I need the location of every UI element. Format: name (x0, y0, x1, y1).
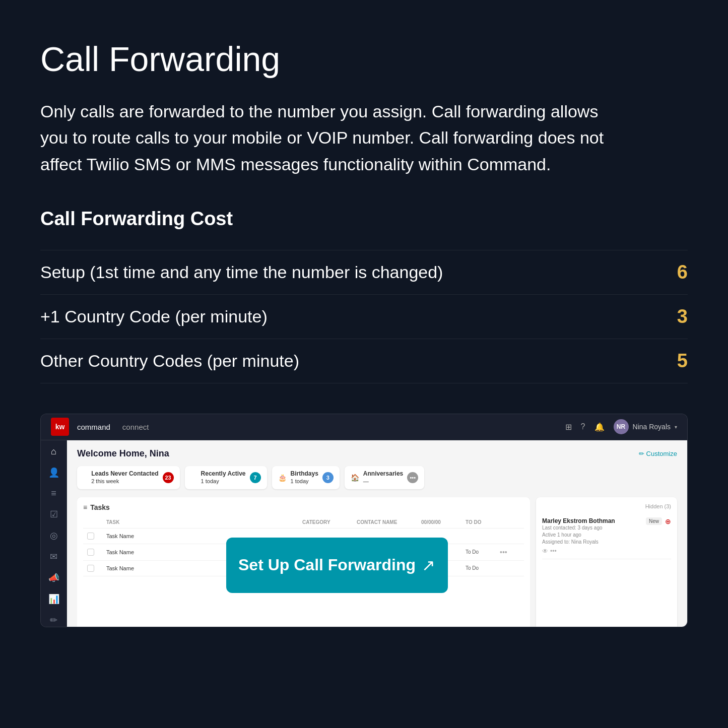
bell-icon[interactable]: 🔔 (594, 422, 605, 432)
new-badge: New (646, 517, 662, 525)
avatar: NR (614, 419, 629, 434)
right-panel-header: Hidden (3) (542, 503, 671, 509)
crm-content-area: ≡ Tasks TASK CATEGORY CONTACT NAME 00/00… (77, 497, 677, 627)
cost-section-title: Call Forwarding Cost (40, 208, 688, 230)
stat-card-recently-active[interactable]: ⟳ Recently Active 1 today 7 (185, 466, 267, 489)
sidebar-icon-person[interactable]: 👤 (45, 467, 63, 478)
cost-row-setup: Setup (1st time and any time the number … (40, 250, 688, 295)
task-more-button[interactable]: ••• (500, 548, 520, 556)
contact-view-icon[interactable]: 👁 (542, 548, 548, 555)
anniversaries-icon: 🏠 (351, 474, 359, 482)
recently-active-icon: ⟳ (191, 474, 197, 482)
stat-card-leads-never-contacted[interactable]: ≡ Leads Never Contacted 2 this week 23 (77, 466, 180, 489)
task-checkbox[interactable] (87, 549, 94, 556)
cta-label: Set Up Call Forwarding (238, 556, 416, 574)
user-avatar-nav[interactable]: NR Nina Royals ▾ (614, 419, 677, 434)
page-title: Call Forwarding (40, 40, 688, 78)
task-checkbox[interactable] (87, 565, 94, 572)
cost-label-other-country: Other Country Codes (per minute) (40, 351, 299, 371)
sidebar-icon-home[interactable]: ⌂ (45, 446, 63, 457)
sidebar-icon-leads[interactable]: ≡ (45, 488, 63, 499)
nav-right: ⊞ ? 🔔 NR Nina Royals ▾ (565, 419, 677, 434)
contact-active: Active 1 hour ago (542, 532, 643, 539)
tasks-icon: ≡ (83, 503, 87, 511)
grid-icon[interactable]: ⊞ (565, 422, 572, 432)
kw-logo: kw (51, 418, 69, 436)
nav-links: command connect (77, 423, 149, 431)
tasks-panel-wrapper: ≡ Tasks TASK CATEGORY CONTACT NAME 00/00… (77, 497, 530, 627)
sidebar-icon-marketing[interactable]: 📣 (45, 572, 63, 583)
contact-name: Marley Ekstrom Bothman (542, 517, 643, 524)
contact-entry: Marley Ekstrom Bothman Last contacted: 3… (542, 513, 671, 559)
setup-call-forwarding-cta[interactable]: Set Up Call Forwarding ↗ (226, 538, 448, 593)
sidebar-icon-tasks[interactable]: ☑ (45, 509, 63, 520)
contact-last-contacted: Last contacted: 3 days ago (542, 524, 643, 532)
main-content: Call Forwarding Only calls are forwarded… (0, 0, 728, 652)
birthday-icon: 🎂 (278, 474, 287, 482)
nav-link-command[interactable]: command (77, 423, 110, 431)
cost-label-country-plus1: +1 Country Code (per minute) (40, 307, 268, 326)
sidebar-icon-messages[interactable]: ✉ (45, 551, 63, 562)
cost-value-other-country: 5 (668, 350, 688, 372)
crm-stats-row: ≡ Leads Never Contacted 2 this week 23 ⟳… (77, 466, 677, 489)
contact-assigned: Assigned to: Nina Royals (542, 539, 643, 546)
sidebar-icon-stats[interactable]: 📊 (45, 593, 63, 605)
tasks-table-header: TASK CATEGORY CONTACT NAME 00/00/00 TO D… (83, 516, 524, 528)
sidebar-icon-contacts[interactable]: ◎ (45, 530, 63, 541)
crm-welcome-row: Welcome Home, Nina ✏ Customize (77, 448, 677, 459)
stat-card-anniversaries[interactable]: 🏠 Anniversaries — ••• (345, 466, 424, 489)
nav-link-connect[interactable]: connect (122, 423, 149, 431)
chevron-down-icon: ▾ (675, 424, 677, 430)
cost-table: Setup (1st time and any time the number … (40, 250, 688, 383)
cost-value-country-plus1: 3 (668, 306, 688, 327)
cost-row-other-country: Other Country Codes (per minute) 5 (40, 339, 688, 383)
pencil-icon: ✏ (639, 450, 644, 457)
birthdays-badge: 3 (322, 472, 334, 483)
cta-arrow-icon: ↗ (422, 556, 435, 575)
cost-row-country-plus1: +1 Country Code (per minute) 3 (40, 295, 688, 339)
task-checkbox[interactable] (87, 533, 94, 540)
leads-never-contacted-badge: 23 (163, 472, 174, 483)
cost-label-setup: Setup (1st time and any time the number … (40, 262, 443, 282)
contact-status-icon[interactable]: ⊕ (665, 517, 671, 525)
contact-more-icon[interactable]: ••• (550, 548, 557, 555)
tasks-header: ≡ Tasks (83, 503, 524, 511)
customize-button[interactable]: ✏ Customize (639, 450, 677, 457)
sidebar-icon-edit[interactable]: ✏ (45, 615, 63, 626)
crm-body: ⌂ 👤 ≡ ☑ ◎ ✉ 📣 📊 ✏ Welcome Home, Nina ✏ C… (41, 440, 687, 627)
tasks-title: Tasks (90, 503, 110, 511)
leads-icon: ≡ (83, 474, 87, 482)
hidden-badge: Hidden (3) (645, 503, 671, 509)
crm-nav: kw command connect ⊞ ? 🔔 NR Nina Royals … (41, 414, 687, 440)
anniversaries-badge: ••• (407, 472, 418, 483)
cost-value-setup: 6 (668, 261, 688, 283)
stat-card-birthdays[interactable]: 🎂 Birthdays 1 today 3 (272, 466, 340, 489)
right-panel: Hidden (3) Marley Ekstrom Bothman Last c… (536, 497, 677, 627)
welcome-title: Welcome Home, Nina (77, 448, 169, 459)
crm-main: Welcome Home, Nina ✏ Customize ≡ Leads N… (67, 440, 687, 627)
crm-screenshot: kw command connect ⊞ ? 🔔 NR Nina Royals … (40, 414, 688, 627)
recently-active-badge: 7 (250, 472, 261, 483)
page-description: Only calls are forwarded to the number y… (40, 98, 620, 178)
user-name: Nina Royals (633, 423, 671, 431)
help-icon[interactable]: ? (581, 422, 585, 431)
crm-sidebar: ⌂ 👤 ≡ ☑ ◎ ✉ 📣 📊 ✏ (41, 440, 67, 627)
